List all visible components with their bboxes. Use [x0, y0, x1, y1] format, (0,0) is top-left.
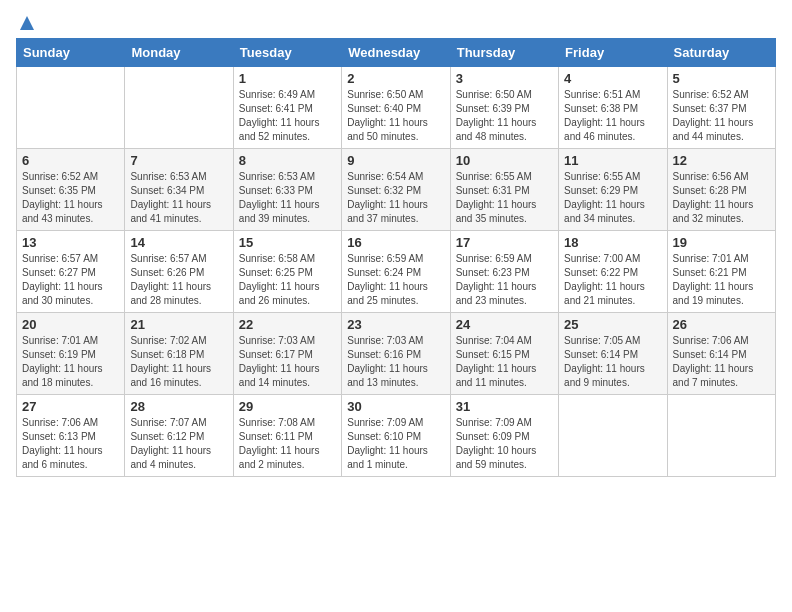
day-info: Sunrise: 6:53 AM Sunset: 6:34 PM Dayligh… — [130, 170, 227, 226]
day-cell: 27Sunrise: 7:06 AM Sunset: 6:13 PM Dayli… — [17, 395, 125, 477]
day-cell: 24Sunrise: 7:04 AM Sunset: 6:15 PM Dayli… — [450, 313, 558, 395]
day-info: Sunrise: 6:56 AM Sunset: 6:28 PM Dayligh… — [673, 170, 770, 226]
day-cell — [125, 67, 233, 149]
day-cell: 20Sunrise: 7:01 AM Sunset: 6:19 PM Dayli… — [17, 313, 125, 395]
day-info: Sunrise: 7:03 AM Sunset: 6:17 PM Dayligh… — [239, 334, 336, 390]
day-cell: 14Sunrise: 6:57 AM Sunset: 6:26 PM Dayli… — [125, 231, 233, 313]
day-number: 14 — [130, 235, 227, 250]
day-cell: 21Sunrise: 7:02 AM Sunset: 6:18 PM Dayli… — [125, 313, 233, 395]
week-row-3: 20Sunrise: 7:01 AM Sunset: 6:19 PM Dayli… — [17, 313, 776, 395]
day-number: 10 — [456, 153, 553, 168]
svg-marker-0 — [20, 16, 34, 30]
day-number: 17 — [456, 235, 553, 250]
day-info: Sunrise: 6:57 AM Sunset: 6:26 PM Dayligh… — [130, 252, 227, 308]
header-friday: Friday — [559, 39, 667, 67]
week-row-0: 1Sunrise: 6:49 AM Sunset: 6:41 PM Daylig… — [17, 67, 776, 149]
day-number: 26 — [673, 317, 770, 332]
day-cell: 5Sunrise: 6:52 AM Sunset: 6:37 PM Daylig… — [667, 67, 775, 149]
day-cell: 22Sunrise: 7:03 AM Sunset: 6:17 PM Dayli… — [233, 313, 341, 395]
day-cell: 3Sunrise: 6:50 AM Sunset: 6:39 PM Daylig… — [450, 67, 558, 149]
day-number: 19 — [673, 235, 770, 250]
day-cell: 8Sunrise: 6:53 AM Sunset: 6:33 PM Daylig… — [233, 149, 341, 231]
day-info: Sunrise: 7:03 AM Sunset: 6:16 PM Dayligh… — [347, 334, 444, 390]
day-number: 2 — [347, 71, 444, 86]
day-cell: 7Sunrise: 6:53 AM Sunset: 6:34 PM Daylig… — [125, 149, 233, 231]
day-number: 30 — [347, 399, 444, 414]
day-cell — [667, 395, 775, 477]
day-info: Sunrise: 7:02 AM Sunset: 6:18 PM Dayligh… — [130, 334, 227, 390]
day-info: Sunrise: 6:55 AM Sunset: 6:31 PM Dayligh… — [456, 170, 553, 226]
day-info: Sunrise: 7:09 AM Sunset: 6:09 PM Dayligh… — [456, 416, 553, 472]
day-number: 8 — [239, 153, 336, 168]
day-info: Sunrise: 7:00 AM Sunset: 6:22 PM Dayligh… — [564, 252, 661, 308]
day-info: Sunrise: 7:06 AM Sunset: 6:13 PM Dayligh… — [22, 416, 119, 472]
day-info: Sunrise: 7:09 AM Sunset: 6:10 PM Dayligh… — [347, 416, 444, 472]
header-tuesday: Tuesday — [233, 39, 341, 67]
week-row-2: 13Sunrise: 6:57 AM Sunset: 6:27 PM Dayli… — [17, 231, 776, 313]
day-cell: 10Sunrise: 6:55 AM Sunset: 6:31 PM Dayli… — [450, 149, 558, 231]
header-monday: Monday — [125, 39, 233, 67]
day-number: 27 — [22, 399, 119, 414]
day-number: 22 — [239, 317, 336, 332]
day-info: Sunrise: 6:53 AM Sunset: 6:33 PM Dayligh… — [239, 170, 336, 226]
day-number: 15 — [239, 235, 336, 250]
day-info: Sunrise: 7:06 AM Sunset: 6:14 PM Dayligh… — [673, 334, 770, 390]
day-info: Sunrise: 6:55 AM Sunset: 6:29 PM Dayligh… — [564, 170, 661, 226]
day-info: Sunrise: 6:59 AM Sunset: 6:23 PM Dayligh… — [456, 252, 553, 308]
header-sunday: Sunday — [17, 39, 125, 67]
day-number: 25 — [564, 317, 661, 332]
day-number: 5 — [673, 71, 770, 86]
day-info: Sunrise: 6:54 AM Sunset: 6:32 PM Dayligh… — [347, 170, 444, 226]
day-number: 11 — [564, 153, 661, 168]
day-cell: 16Sunrise: 6:59 AM Sunset: 6:24 PM Dayli… — [342, 231, 450, 313]
day-number: 6 — [22, 153, 119, 168]
day-cell: 29Sunrise: 7:08 AM Sunset: 6:11 PM Dayli… — [233, 395, 341, 477]
header-saturday: Saturday — [667, 39, 775, 67]
day-cell: 2Sunrise: 6:50 AM Sunset: 6:40 PM Daylig… — [342, 67, 450, 149]
day-cell: 12Sunrise: 6:56 AM Sunset: 6:28 PM Dayli… — [667, 149, 775, 231]
day-cell: 18Sunrise: 7:00 AM Sunset: 6:22 PM Dayli… — [559, 231, 667, 313]
day-number: 18 — [564, 235, 661, 250]
day-cell: 23Sunrise: 7:03 AM Sunset: 6:16 PM Dayli… — [342, 313, 450, 395]
day-cell: 17Sunrise: 6:59 AM Sunset: 6:23 PM Dayli… — [450, 231, 558, 313]
day-number: 23 — [347, 317, 444, 332]
day-number: 3 — [456, 71, 553, 86]
day-cell: 9Sunrise: 6:54 AM Sunset: 6:32 PM Daylig… — [342, 149, 450, 231]
day-cell: 26Sunrise: 7:06 AM Sunset: 6:14 PM Dayli… — [667, 313, 775, 395]
day-cell: 11Sunrise: 6:55 AM Sunset: 6:29 PM Dayli… — [559, 149, 667, 231]
day-number: 28 — [130, 399, 227, 414]
day-cell: 1Sunrise: 6:49 AM Sunset: 6:41 PM Daylig… — [233, 67, 341, 149]
day-cell: 13Sunrise: 6:57 AM Sunset: 6:27 PM Dayli… — [17, 231, 125, 313]
day-info: Sunrise: 7:05 AM Sunset: 6:14 PM Dayligh… — [564, 334, 661, 390]
header-thursday: Thursday — [450, 39, 558, 67]
day-cell: 30Sunrise: 7:09 AM Sunset: 6:10 PM Dayli… — [342, 395, 450, 477]
logo — [16, 16, 36, 30]
day-number: 29 — [239, 399, 336, 414]
day-info: Sunrise: 6:50 AM Sunset: 6:40 PM Dayligh… — [347, 88, 444, 144]
day-cell: 6Sunrise: 6:52 AM Sunset: 6:35 PM Daylig… — [17, 149, 125, 231]
day-number: 20 — [22, 317, 119, 332]
day-cell — [17, 67, 125, 149]
calendar-table: SundayMondayTuesdayWednesdayThursdayFrid… — [16, 38, 776, 477]
day-info: Sunrise: 6:57 AM Sunset: 6:27 PM Dayligh… — [22, 252, 119, 308]
day-info: Sunrise: 7:07 AM Sunset: 6:12 PM Dayligh… — [130, 416, 227, 472]
page-header — [16, 16, 776, 30]
day-number: 4 — [564, 71, 661, 86]
day-number: 13 — [22, 235, 119, 250]
day-info: Sunrise: 6:51 AM Sunset: 6:38 PM Dayligh… — [564, 88, 661, 144]
logo-triangle-icon — [18, 14, 36, 32]
day-info: Sunrise: 6:49 AM Sunset: 6:41 PM Dayligh… — [239, 88, 336, 144]
week-row-1: 6Sunrise: 6:52 AM Sunset: 6:35 PM Daylig… — [17, 149, 776, 231]
day-cell: 25Sunrise: 7:05 AM Sunset: 6:14 PM Dayli… — [559, 313, 667, 395]
header-row: SundayMondayTuesdayWednesdayThursdayFrid… — [17, 39, 776, 67]
day-info: Sunrise: 7:04 AM Sunset: 6:15 PM Dayligh… — [456, 334, 553, 390]
day-info: Sunrise: 7:01 AM Sunset: 6:19 PM Dayligh… — [22, 334, 119, 390]
day-number: 21 — [130, 317, 227, 332]
day-number: 16 — [347, 235, 444, 250]
day-cell: 15Sunrise: 6:58 AM Sunset: 6:25 PM Dayli… — [233, 231, 341, 313]
day-number: 31 — [456, 399, 553, 414]
day-info: Sunrise: 6:59 AM Sunset: 6:24 PM Dayligh… — [347, 252, 444, 308]
day-number: 24 — [456, 317, 553, 332]
day-cell: 28Sunrise: 7:07 AM Sunset: 6:12 PM Dayli… — [125, 395, 233, 477]
day-number: 12 — [673, 153, 770, 168]
